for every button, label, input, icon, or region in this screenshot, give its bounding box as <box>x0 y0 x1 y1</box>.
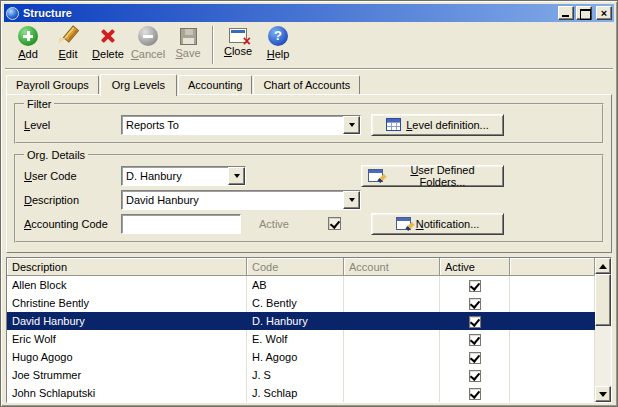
notification-label: Notification... <box>416 218 480 230</box>
window-title: Structure <box>23 7 556 19</box>
delete-label: Delete <box>92 48 124 60</box>
close-button[interactable]: Close <box>218 24 258 66</box>
level-combobox[interactable]: Reports To <box>121 115 361 135</box>
records-grid: Description Code Account Active Allen Bl… <box>6 257 612 403</box>
level-definition-label: Level definition... <box>406 119 489 131</box>
row-active-checkbox[interactable] <box>469 370 481 382</box>
user-code-value: D. Hanbury <box>122 167 228 185</box>
row-active-checkbox[interactable] <box>469 388 481 400</box>
row-active-checkbox[interactable] <box>469 334 481 346</box>
help-label: Help <box>267 48 290 60</box>
column-header-account[interactable]: Account <box>344 258 440 276</box>
column-header-code[interactable]: Code <box>247 258 344 276</box>
scroll-down-icon[interactable] <box>595 386 611 402</box>
grid-row[interactable]: John Schlaputski J. Schlap <box>7 384 595 402</box>
cancel-button: Cancel <box>128 24 168 66</box>
tabstrip: Payroll Groups Org Levels Accounting Cha… <box>4 70 614 94</box>
grid-row[interactable]: Eric Wolf E. Wolf <box>7 330 595 348</box>
question-circle-icon <box>268 26 288 46</box>
active-checkbox <box>328 217 341 230</box>
help-button[interactable]: Help <box>258 24 298 66</box>
row-active-checkbox[interactable] <box>469 280 481 292</box>
row-active-checkbox[interactable] <box>469 316 481 328</box>
org-levels-pane: Filter Level Reports To Level definition… <box>6 94 612 253</box>
column-header-filler <box>510 258 595 276</box>
org-details-group: Org. Details User Code D. Hanbury User D… <box>14 149 604 243</box>
chevron-down-icon[interactable] <box>228 167 245 185</box>
maximize-button[interactable] <box>576 6 592 20</box>
grid-row[interactable]: Hugo Agogo H. Agogo <box>7 348 595 366</box>
red-cross-icon <box>97 26 119 46</box>
notification-button[interactable]: Notification... <box>371 213 504 235</box>
level-label: Level <box>24 119 121 131</box>
tab-chart-of-accounts[interactable]: Chart of Accounts <box>253 75 360 94</box>
grid-row[interactable]: Joe Strummer J. S <box>7 366 595 384</box>
structure-window: Structure Add Edit Delete Cancel Save Cl <box>0 0 618 407</box>
grid-header-row: Description Code Account Active <box>7 258 595 276</box>
grid-row[interactable]: Christine Bently C. Bently <box>7 294 595 312</box>
tab-payroll-groups[interactable]: Payroll Groups <box>6 75 99 94</box>
add-button[interactable]: Add <box>8 24 48 66</box>
minus-circle-icon <box>138 26 158 46</box>
chevron-down-icon[interactable] <box>343 191 360 209</box>
plus-circle-icon <box>18 26 38 46</box>
column-header-description[interactable]: Description <box>7 258 247 276</box>
close-window-icon <box>229 28 247 43</box>
description-combobox[interactable]: David Hanbury <box>121 190 361 210</box>
save-label: Save <box>175 47 200 59</box>
titlebar[interactable]: Structure <box>4 4 614 22</box>
grid-row[interactable]: Allen Block AB <box>7 276 595 294</box>
save-button: Save <box>168 24 208 66</box>
minimize-button[interactable] <box>558 6 574 20</box>
active-label: Active <box>259 218 289 230</box>
accounting-code-label: Accounting Code <box>24 218 121 230</box>
add-label: Add <box>18 48 38 60</box>
row-active-checkbox[interactable] <box>469 298 481 310</box>
chevron-down-icon[interactable] <box>343 116 360 134</box>
description-value: David Hanbury <box>122 191 343 209</box>
form-pencil-icon <box>368 169 383 182</box>
toolbar: Add Edit Delete Cancel Save Close Help <box>4 22 614 68</box>
close-window-button[interactable] <box>596 6 612 20</box>
tab-org-levels[interactable]: Org Levels <box>100 74 177 96</box>
pencil-icon <box>57 26 79 46</box>
description-label: Description <box>24 194 121 206</box>
records-table: Description Code Account Active Allen Bl… <box>7 258 595 403</box>
accounting-code-input[interactable] <box>121 214 241 234</box>
floppy-disk-icon <box>180 28 197 45</box>
delete-button[interactable]: Delete <box>88 24 128 66</box>
edit-button[interactable]: Edit <box>48 24 88 66</box>
grid-row[interactable]: Jane Munroe J.M <box>7 402 595 403</box>
scroll-up-icon[interactable] <box>595 258 611 274</box>
scrollbar-track[interactable] <box>595 274 611 386</box>
app-icon <box>6 7 19 20</box>
grid-body: Allen Block AB Christine Bently C. Bentl… <box>7 276 595 403</box>
edit-label: Edit <box>59 48 78 60</box>
form-pencil-icon <box>396 217 411 230</box>
level-definition-button[interactable]: Level definition... <box>371 114 504 136</box>
toolbar-separator <box>212 26 214 64</box>
grid-icon <box>386 118 401 131</box>
user-defined-folders-button[interactable]: User Defined Folders... <box>361 165 504 187</box>
vertical-scrollbar[interactable] <box>595 258 611 402</box>
grid-row[interactable]: David Hanbury D. Hanbury <box>7 312 595 330</box>
org-details-legend: Org. Details <box>24 149 88 161</box>
row-active-checkbox[interactable] <box>469 352 481 364</box>
tab-accounting[interactable]: Accounting <box>178 75 252 94</box>
cancel-label: Cancel <box>131 48 165 60</box>
level-value: Reports To <box>122 116 343 134</box>
filter-group: Filter Level Reports To Level definition… <box>14 98 604 144</box>
column-header-active[interactable]: Active <box>440 258 510 276</box>
filter-legend: Filter <box>24 98 54 110</box>
user-code-label: User Code <box>24 170 121 182</box>
user-defined-folders-label: User Defined Folders... <box>388 164 497 188</box>
user-code-combobox[interactable]: D. Hanbury <box>121 166 246 186</box>
scrollbar-thumb[interactable] <box>595 274 611 326</box>
